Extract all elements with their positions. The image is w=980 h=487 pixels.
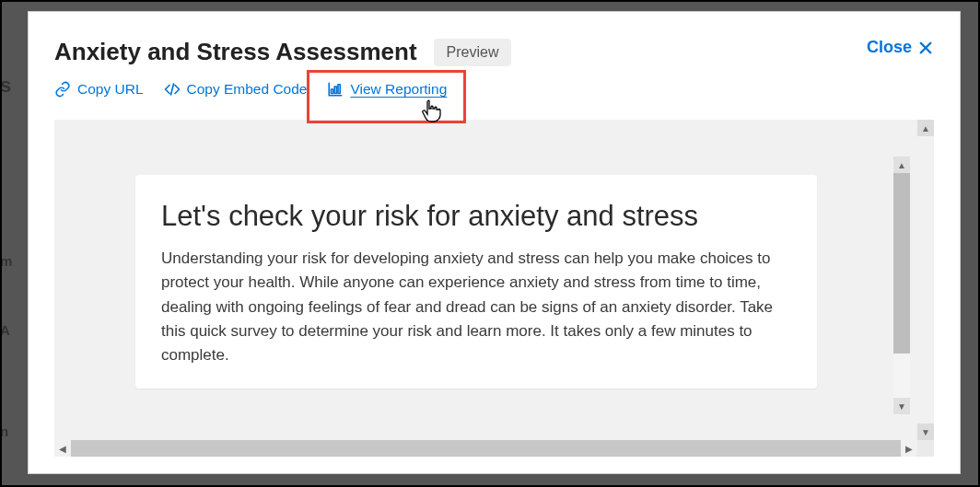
scroll-thumb[interactable] (893, 173, 910, 354)
outer-horizontal-scrollbar[interactable]: ◀ ▶ (54, 440, 917, 457)
modal-header: Anxiety and Stress Assessment Preview Cl… (54, 38, 934, 66)
close-icon (917, 40, 934, 56)
background-text-frag: s (0, 74, 11, 98)
background-text-frag: A (0, 322, 10, 338)
scroll-track[interactable] (71, 440, 901, 457)
scroll-up-icon[interactable]: ▲ (893, 157, 910, 173)
preview-modal: Anxiety and Stress Assessment Preview Cl… (28, 11, 961, 474)
scroll-down-icon[interactable]: ▼ (917, 423, 934, 440)
code-icon (164, 81, 181, 98)
scroll-up-icon[interactable]: ▲ (917, 120, 934, 136)
svg-rect-2 (335, 87, 337, 94)
inner-vertical-scrollbar[interactable]: ▲ ▼ (893, 157, 910, 414)
preview-area: Let's check your risk for anxiety and st… (54, 120, 934, 457)
modal-title: Anxiety and Stress Assessment (54, 38, 417, 66)
view-reporting-link[interactable]: View Reporting (327, 79, 447, 99)
background-text-frag: m (0, 253, 12, 269)
close-label: Close (867, 38, 912, 57)
copy-url-label: Copy URL (77, 81, 144, 98)
outer-vertical-scrollbar[interactable]: ▲ ▼ (917, 120, 934, 440)
preview-badge: Preview (434, 39, 512, 66)
scroll-right-icon[interactable]: ▶ (901, 440, 917, 457)
svg-rect-3 (338, 85, 340, 94)
chart-icon (327, 81, 344, 98)
header-left: Anxiety and Stress Assessment Preview (54, 38, 511, 66)
survey-body: Understanding your risk for developing a… (161, 247, 791, 368)
background-text-frag: n (0, 423, 8, 439)
action-row: Copy URL Copy Embed Code View Reporting (54, 79, 934, 99)
scroll-left-icon[interactable]: ◀ (54, 440, 71, 457)
svg-rect-1 (332, 89, 333, 94)
svg-line-0 (170, 84, 173, 95)
survey-heading: Let's check your risk for anxiety and st… (161, 199, 791, 234)
copy-embed-link[interactable]: Copy Embed Code (164, 79, 308, 99)
survey-card: Let's check your risk for anxiety and st… (135, 175, 817, 388)
scroll-track[interactable] (917, 136, 934, 423)
copy-url-link[interactable]: Copy URL (54, 79, 144, 99)
scroll-corner (917, 440, 934, 457)
scroll-down-icon[interactable]: ▼ (893, 398, 910, 414)
copy-embed-label: Copy Embed Code (187, 81, 308, 98)
close-button[interactable]: Close (867, 38, 934, 57)
view-reporting-label: View Reporting (350, 81, 447, 98)
link-icon (54, 81, 71, 98)
